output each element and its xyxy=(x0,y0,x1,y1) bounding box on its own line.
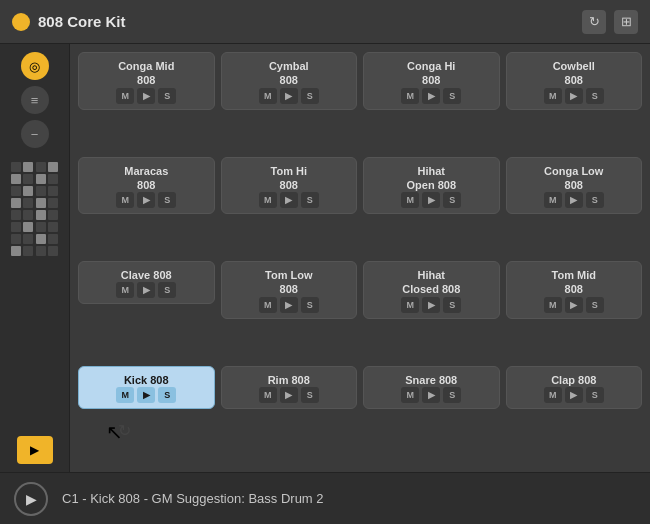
solo-button[interactable]: S xyxy=(301,192,319,208)
pad-cymbal[interactable]: Cymbal 808M▶S xyxy=(221,52,358,110)
pad-controls: M▶S xyxy=(544,88,604,104)
solo-button[interactable]: S xyxy=(301,387,319,403)
pad-hihat-open[interactable]: Hihat Open 808M▶S xyxy=(363,157,500,215)
mute-button[interactable]: M xyxy=(259,297,277,313)
solo-button[interactable]: S xyxy=(158,192,176,208)
pad-snare[interactable]: Snare 808M▶S xyxy=(363,366,500,409)
mute-button[interactable]: M xyxy=(259,387,277,403)
list-icon[interactable]: ≡ xyxy=(21,86,49,114)
pad-label: Tom Low 808 xyxy=(265,268,312,297)
sidebar-play-button[interactable]: ▶ xyxy=(17,436,53,464)
play-pad-button[interactable]: ▶ xyxy=(422,297,440,313)
solo-button[interactable]: S xyxy=(158,88,176,104)
pad-cell-wrapper: Kick 808M▶S↖↻ xyxy=(78,366,215,465)
mute-button[interactable]: M xyxy=(544,387,562,403)
play-pad-button[interactable]: ▶ xyxy=(565,297,583,313)
solo-button[interactable]: S xyxy=(301,297,319,313)
play-pad-button[interactable]: ▶ xyxy=(280,387,298,403)
pad-hihat-closed[interactable]: Hihat Closed 808M▶S xyxy=(363,261,500,319)
play-pad-button[interactable]: ▶ xyxy=(422,387,440,403)
status-dot xyxy=(12,13,30,31)
pad-cell-wrapper: Conga Low 808M▶S xyxy=(506,157,643,256)
pad-tom-mid[interactable]: Tom Mid 808M▶S xyxy=(506,261,643,319)
play-pad-button[interactable]: ▶ xyxy=(137,88,155,104)
mini-cell xyxy=(36,234,46,244)
mini-cell xyxy=(36,162,46,172)
pad-controls: M▶S xyxy=(401,88,461,104)
mini-grid xyxy=(11,162,59,256)
mute-button[interactable]: M xyxy=(544,88,562,104)
mute-button[interactable]: M xyxy=(116,282,134,298)
play-pad-button[interactable]: ▶ xyxy=(137,387,155,403)
pad-label: Hihat Closed 808 xyxy=(402,268,460,297)
mini-cell xyxy=(11,174,21,184)
mini-cell xyxy=(11,234,21,244)
mute-button[interactable]: M xyxy=(401,192,419,208)
pad-conga-low[interactable]: Conga Low 808M▶S xyxy=(506,157,643,215)
solo-button[interactable]: S xyxy=(443,88,461,104)
browse-icon[interactable]: ◎ xyxy=(21,52,49,80)
play-pad-button[interactable]: ▶ xyxy=(280,88,298,104)
solo-button[interactable]: S xyxy=(443,297,461,313)
pad-tom-low[interactable]: Tom Low 808M▶S xyxy=(221,261,358,319)
play-pad-button[interactable]: ▶ xyxy=(565,88,583,104)
solo-button[interactable]: S xyxy=(443,192,461,208)
minus-icon[interactable]: − xyxy=(21,120,49,148)
mute-button[interactable]: M xyxy=(259,192,277,208)
pad-cell-wrapper: Rim 808M▶S xyxy=(221,366,358,465)
play-pad-button[interactable]: ▶ xyxy=(280,297,298,313)
play-pad-button[interactable]: ▶ xyxy=(137,192,155,208)
mini-cell xyxy=(23,222,33,232)
play-pad-button[interactable]: ▶ xyxy=(565,387,583,403)
pad-clave[interactable]: Clave 808M▶S xyxy=(78,261,215,304)
pad-maracas[interactable]: Maracas 808M▶S xyxy=(78,157,215,215)
mini-cell xyxy=(48,210,58,220)
solo-button[interactable]: S xyxy=(586,297,604,313)
pad-kick[interactable]: Kick 808M▶S xyxy=(78,366,215,409)
play-pad-button[interactable]: ▶ xyxy=(137,282,155,298)
pad-clap[interactable]: Clap 808M▶S xyxy=(506,366,643,409)
play-pad-button[interactable]: ▶ xyxy=(422,192,440,208)
pad-cell-wrapper: Hihat Closed 808M▶S xyxy=(363,261,500,360)
pad-conga-mid[interactable]: Conga Mid 808M▶S xyxy=(78,52,215,110)
mini-cell xyxy=(36,246,46,256)
mute-button[interactable]: M xyxy=(401,297,419,313)
pad-controls: M▶S xyxy=(544,192,604,208)
pad-rim[interactable]: Rim 808M▶S xyxy=(221,366,358,409)
mute-button[interactable]: M xyxy=(116,88,134,104)
solo-button[interactable]: S xyxy=(586,192,604,208)
mini-cell xyxy=(48,198,58,208)
mute-button[interactable]: M xyxy=(116,387,134,403)
mini-cell xyxy=(11,222,21,232)
pad-cell-wrapper: Conga Mid 808M▶S xyxy=(78,52,215,151)
pad-conga-hi[interactable]: Conga Hi 808M▶S xyxy=(363,52,500,110)
save-icon[interactable]: ⊞ xyxy=(614,10,638,34)
solo-button[interactable]: S xyxy=(586,387,604,403)
play-pad-button[interactable]: ▶ xyxy=(280,192,298,208)
mini-cell xyxy=(23,162,33,172)
pad-controls: M▶S xyxy=(259,88,319,104)
refresh-icon[interactable]: ↻ xyxy=(582,10,606,34)
mute-button[interactable]: M xyxy=(401,387,419,403)
pad-label: Cowbell 808 xyxy=(553,59,595,88)
mini-cell xyxy=(11,162,21,172)
mute-button[interactable]: M xyxy=(544,192,562,208)
mini-cell xyxy=(48,162,58,172)
pad-label: Kick 808 xyxy=(124,373,169,387)
mute-button[interactable]: M xyxy=(544,297,562,313)
play-pad-button[interactable]: ▶ xyxy=(565,192,583,208)
mute-button[interactable]: M xyxy=(401,88,419,104)
solo-button[interactable]: S xyxy=(301,88,319,104)
solo-button[interactable]: S xyxy=(443,387,461,403)
solo-button[interactable]: S xyxy=(586,88,604,104)
solo-button[interactable]: S xyxy=(158,282,176,298)
pad-cowbell[interactable]: Cowbell 808M▶S xyxy=(506,52,643,110)
mute-button[interactable]: M xyxy=(259,88,277,104)
mute-button[interactable]: M xyxy=(116,192,134,208)
solo-button[interactable]: S xyxy=(158,387,176,403)
play-pad-button[interactable]: ▶ xyxy=(422,88,440,104)
pad-tom-hi[interactable]: Tom Hi 808M▶S xyxy=(221,157,358,215)
mini-cell xyxy=(11,210,21,220)
pad-cell-wrapper: Cowbell 808M▶S xyxy=(506,52,643,151)
play-button[interactable]: ▶ xyxy=(14,482,48,516)
